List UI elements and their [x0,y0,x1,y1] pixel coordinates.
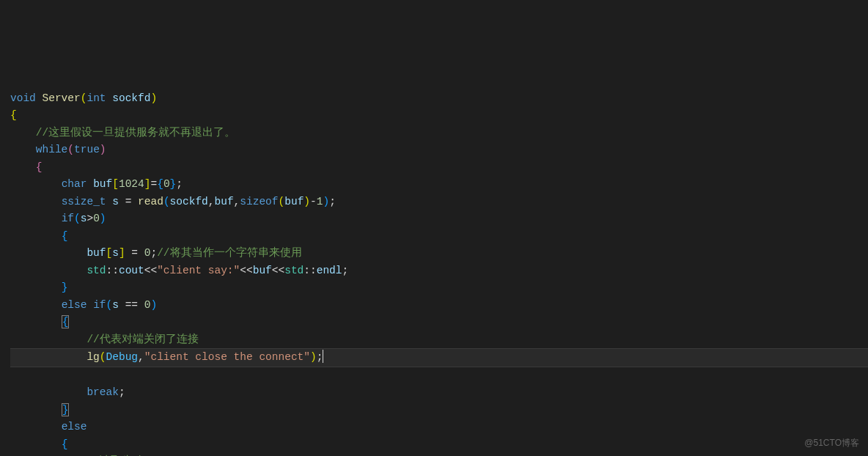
code-editor[interactable]: void Server(int sockfd) { //这里假设一旦提供服务就不… [0,73,868,456]
code-line: char buf[1024]={0}; [10,178,183,190]
code-line: if(s>0) [10,213,106,224]
code-line: else [10,421,87,433]
code-line: } [10,403,69,416]
code-line: { [10,109,17,121]
code-line: ssize_t s = read(sockfd,buf,sizeof(buf)-… [10,196,336,207]
code-line: while(true) [10,144,106,155]
code-line: //这里假设一旦提供服务就不再退出了。 [10,127,235,139]
code-line: break; [10,386,125,398]
current-line: lg(Debug,"client close the connect"); [10,348,868,367]
code-line: { [10,230,67,242]
code-line: { [10,161,43,173]
code-line: else if(s == 0) [10,299,157,311]
code-line: } [10,282,67,293]
code-line: { [10,438,67,450]
code-line: buf[s] = 0;//将其当作一个字符串来使用 [10,247,302,259]
code-line: void Server(int sockfd) [10,92,157,104]
watermark: @51CTO博客 [804,435,859,452]
code-line: //代表对端关闭了连接 [10,334,199,345]
text-cursor [323,350,323,363]
code-line: { [10,315,69,328]
code-line: std::cout<<"client say:"<<buf<<std::endl… [10,265,348,276]
